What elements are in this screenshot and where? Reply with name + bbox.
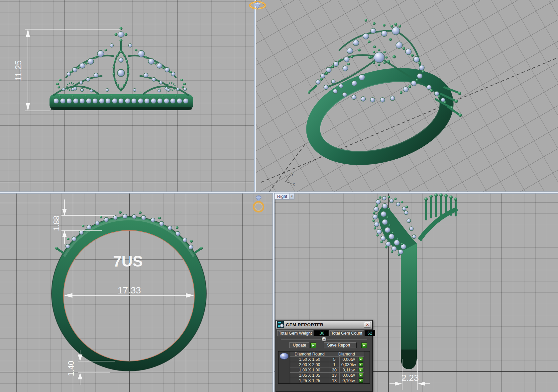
svg-text:7US: 7US	[113, 253, 143, 270]
close-icon[interactable]: ✕	[364, 322, 371, 328]
col-header-cut: Diamond Round	[290, 352, 329, 357]
row-run-icon[interactable]: ▶	[359, 373, 363, 377]
viewport-front[interactable]: 11.25	[0, 0, 255, 192]
ring-size-label: 7US	[113, 253, 143, 270]
row-weight[interactable]: 0,030tw	[340, 362, 358, 367]
svg-text:1.88: 1.88	[52, 216, 61, 231]
tiara-front-model	[50, 27, 193, 111]
profile-pins	[424, 194, 457, 219]
diamond-thumbnail	[279, 352, 290, 383]
svg-text:17.33: 17.33	[118, 285, 141, 295]
col-header-material: Diamond	[329, 352, 364, 357]
row-weight[interactable]: 0,06tw	[340, 357, 358, 362]
total-gem-weight-label: Total Gem Weight	[277, 330, 313, 336]
collapse-button[interactable]: ▲	[321, 337, 327, 342]
cad-workspace: 11.25	[0, 0, 558, 392]
row-size[interactable]: 1,05 X 1,05	[290, 373, 329, 378]
svg-text:1.40: 1.40	[66, 361, 75, 376]
totals-row: Total Gem Weight ,36 Total Gem Count 62	[276, 329, 372, 337]
viewport-side[interactable]: 7US 17.33 1.88	[0, 193, 273, 392]
perspective-gems	[316, 27, 445, 102]
viewport-perspective[interactable]: y x	[256, 0, 558, 192]
chevron-down-icon[interactable]: ▼	[289, 194, 294, 199]
total-gem-weight-value: ,36	[314, 330, 329, 336]
save-report-run-icon[interactable]: ▶	[361, 343, 367, 348]
total-gem-count-value: 62	[365, 330, 375, 336]
viewport-title-dropdown[interactable]: Right ▼	[275, 193, 294, 199]
ring-orientation-icon-top	[249, 0, 267, 12]
row-run-icon[interactable]: ▶	[359, 362, 363, 367]
row-size[interactable]: 1,00 X 1,00	[290, 367, 329, 373]
update-button[interactable]: Update	[289, 342, 309, 348]
row-count[interactable]: 30	[329, 367, 340, 373]
save-report-button[interactable]: Save Report	[324, 342, 356, 348]
dialog-titlebar[interactable]: GEM REPORTER ✕	[276, 321, 372, 329]
diamond-icon	[256, 195, 262, 201]
row-size[interactable]: 2,00 X 2,00	[290, 362, 329, 367]
row-count[interactable]: 13	[329, 378, 340, 383]
dialog-title: GEM REPORTER	[286, 322, 323, 327]
row-count[interactable]: 5	[329, 357, 340, 362]
total-gem-count-label: Total Gem Count	[329, 330, 364, 336]
svg-text:11.25: 11.25	[13, 60, 23, 81]
viewport-title[interactable]: Right	[275, 194, 289, 199]
ring-perspective-model	[303, 19, 462, 172]
svg-text:x: x	[293, 182, 295, 187]
tiara-gems	[62, 32, 187, 92]
band-gem-row	[54, 98, 188, 104]
collapse-divider: ▲	[281, 337, 367, 341]
row-weight[interactable]: 0,06tw	[340, 373, 358, 378]
row-weight[interactable]: 0,10tw	[340, 378, 358, 383]
row-weight[interactable]: 0,11tw	[340, 367, 358, 373]
cplane-axis-indicator: y x	[285, 171, 295, 187]
gem-reporter-icon	[277, 321, 284, 328]
row-run-icon[interactable]: ▶	[359, 357, 363, 361]
ring-profile-model	[373, 194, 458, 369]
row-size[interactable]: 1,25 X 1,25	[290, 378, 329, 383]
row-count[interactable]: 13	[329, 373, 340, 378]
action-buttons-row: Update ▶ Save Report ▶	[276, 341, 372, 350]
gem-reporter-dialog: GEM REPORTER ✕ Total Gem Weight ,36 Tota…	[275, 320, 373, 392]
svg-text:2.23: 2.23	[401, 373, 419, 383]
row-size[interactable]: 1,50 X 1,50	[290, 357, 329, 362]
update-run-icon[interactable]: ▶	[310, 343, 316, 348]
svg-text:y: y	[291, 171, 293, 176]
gem-table: Diamond Round Diamond 1,50 X 1,50 5 0,06…	[278, 351, 370, 384]
row-run-icon[interactable]: ▶	[359, 378, 363, 383]
row-count[interactable]: 1	[329, 362, 340, 367]
ring-orientation-icon-front	[251, 195, 266, 215]
row-run-icon[interactable]: ▶	[359, 368, 363, 372]
